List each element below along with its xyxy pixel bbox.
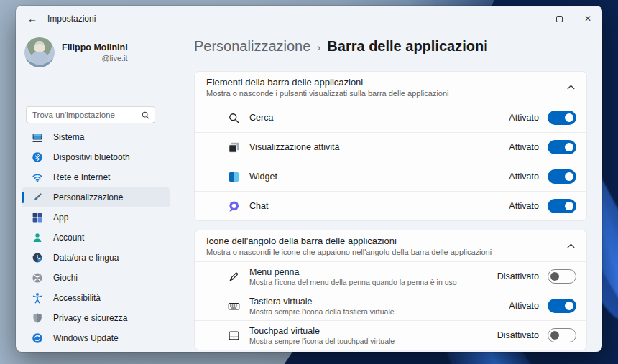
section-subtitle: Mostra o nascondi le icone che appaiono … [206, 248, 558, 256]
toggle-switch-widget[interactable] [548, 169, 576, 184]
setting-label: Visualizzazione attività [249, 142, 509, 152]
toggle-switch-menu-penna[interactable] [548, 269, 576, 284]
sidebar-item-privacy-e-sicurezza[interactable]: Privacy e sicurezza [22, 308, 170, 328]
maximize-button[interactable] [545, 6, 573, 32]
setting-row-chat: Chat Attivato [195, 191, 586, 220]
expander-header-taskbar-items[interactable]: Elementi della barra delle applicazioni … [195, 72, 586, 103]
setting-row-menu-penna: Menu penna Mostra l'icona del menu della… [195, 261, 586, 291]
toggle-status: Attivato [509, 142, 539, 152]
touchpad-icon [228, 330, 240, 342]
close-icon: ✕ [584, 14, 591, 24]
user-name: Filippo Molinini [62, 42, 128, 52]
user-card[interactable]: Filippo Molinini @live.it [62, 42, 128, 62]
window-title: Impostazioni [47, 14, 96, 24]
setting-row-visualizzazione-attivita: Visualizzazione attività Attivato [195, 132, 586, 162]
setting-label: Touchpad virtuale [249, 326, 497, 336]
sidebar-item-account[interactable]: Account [22, 228, 170, 248]
section-subtitle: Mostra o nasconde i pulsanti visualizzat… [206, 89, 558, 98]
toggle-switch-touchpad-virtuale[interactable] [548, 328, 576, 342]
setting-description: Mostra l'icona del menu della penna quan… [249, 278, 497, 286]
user-account: @live.it [62, 54, 128, 62]
expander-header-text: Elementi della barra delle applicazioni … [206, 77, 558, 98]
breadcrumb-separator-icon: › [317, 41, 320, 53]
section-title: Icone dell'angolo della barra delle appl… [206, 235, 558, 246]
back-arrow-icon: ← [27, 13, 37, 24]
search-icon [141, 111, 150, 120]
back-button[interactable]: ← [22, 10, 43, 27]
toggle-status: Disattivato [497, 271, 539, 281]
keyboard-icon [228, 300, 240, 312]
account-icon [32, 232, 43, 243]
breadcrumb-parent[interactable]: Personalizzazione [194, 38, 310, 55]
toggle-switch-visualizzazione-attivita[interactable] [548, 140, 576, 154]
chat-icon [228, 200, 240, 213]
window-controls: ✕ [516, 6, 602, 32]
setting-row-cerca: Cerca Attivato [195, 103, 586, 132]
minimize-icon [527, 19, 534, 19]
time-language-icon [32, 252, 43, 263]
maximize-icon [556, 16, 563, 22]
search-input[interactable] [32, 111, 141, 119]
setting-row-widget: Widget Attivato [195, 162, 586, 191]
chevron-up-icon [567, 243, 575, 248]
sidebar-item-accessibilita[interactable]: Accessibilità [22, 288, 170, 308]
page-title: Barra delle applicazioni [327, 38, 487, 55]
setting-description: Mostra sempre l'icona della tastiera vir… [249, 307, 509, 316]
setting-row-tastiera-virtuale: Tastiera virtuale Mostra sempre l'icona … [195, 291, 586, 320]
setting-label: Menu penna [249, 267, 497, 277]
titlebar: ← Impostazioni ✕ [16, 6, 602, 32]
accessibility-icon [32, 292, 43, 304]
personalization-icon [32, 192, 43, 203]
sidebar-item-app[interactable]: App [22, 207, 170, 228]
setting-label: Tastiera virtuale [249, 297, 509, 307]
toggle-switch-cerca[interactable] [548, 111, 576, 125]
chevron-up-icon [567, 85, 575, 90]
toggle-status: Attivato [509, 301, 539, 311]
settings-search[interactable] [26, 106, 155, 123]
apps-icon [32, 212, 43, 223]
task-view-icon [228, 141, 240, 154]
section-title: Elementi della barra delle applicazioni [206, 77, 558, 88]
expander-header-corner-icons[interactable]: Icone dell'angolo della barra delle appl… [195, 230, 586, 261]
sidebar-item-label: Sistema [53, 132, 84, 142]
setting-label: Chat [249, 201, 509, 211]
sidebar-nav: Sistema Dispositivi bluetooth Rete e Int… [22, 127, 170, 348]
setting-row-touchpad-virtuale: Touchpad virtuale Mostra sempre l'icona … [195, 320, 586, 350]
sidebar-item-sistema[interactable]: Sistema [22, 127, 170, 147]
pen-icon [228, 271, 240, 283]
expander-taskbar-corner-icons: Icone dell'angolo della barra delle appl… [194, 230, 587, 350]
sidebar-item-label: Data/ora e lingua [53, 253, 119, 263]
system-icon [32, 131, 43, 143]
minimize-button[interactable] [516, 6, 545, 32]
gaming-xbox-icon [32, 272, 43, 284]
sidebar-item-label: Privacy e sicurezza [53, 313, 127, 323]
sidebar-item-label: Account [53, 233, 84, 243]
widgets-icon [228, 171, 240, 183]
sidebar-item-label: Giochi [53, 273, 78, 283]
expander-header-text: Icone dell'angolo della barra delle appl… [206, 235, 558, 256]
sidebar-item-label: Windows Update [53, 333, 119, 343]
expander-taskbar-items: Elementi della barra delle applicazioni … [194, 71, 587, 221]
toggle-status: Attivato [509, 113, 539, 123]
sidebar-item-label: App [53, 213, 68, 223]
network-wifi-icon [32, 172, 43, 183]
sidebar-item-windows-update[interactable]: Windows Update [22, 328, 170, 348]
bluetooth-icon [32, 151, 43, 163]
sidebar-item-label: Dispositivi bluetooth [53, 152, 130, 162]
toggle-switch-tastiera-virtuale[interactable] [548, 299, 576, 313]
sidebar-item-personalizzazione[interactable]: Personalizzazione [22, 187, 170, 207]
windows-update-icon [32, 332, 43, 344]
sidebar-item-dispositivi-bluetooth[interactable]: Dispositivi bluetooth [22, 147, 170, 167]
setting-label: Widget [249, 172, 509, 182]
avatar[interactable] [24, 37, 55, 67]
main-content: Personalizzazione › Barra delle applicaz… [178, 32, 602, 352]
toggle-status: Disattivato [497, 330, 539, 340]
toggle-status: Attivato [509, 172, 539, 182]
sidebar-item-giochi[interactable]: Giochi [22, 268, 170, 288]
toggle-switch-chat[interactable] [548, 199, 576, 213]
setting-label: Cerca [249, 113, 509, 123]
search-icon [228, 112, 240, 124]
close-button[interactable]: ✕ [573, 6, 602, 32]
sidebar-item-data-ora-e-lingua[interactable]: Data/ora e lingua [22, 248, 170, 268]
sidebar-item-rete-e-internet[interactable]: Rete e Internet [22, 167, 170, 187]
